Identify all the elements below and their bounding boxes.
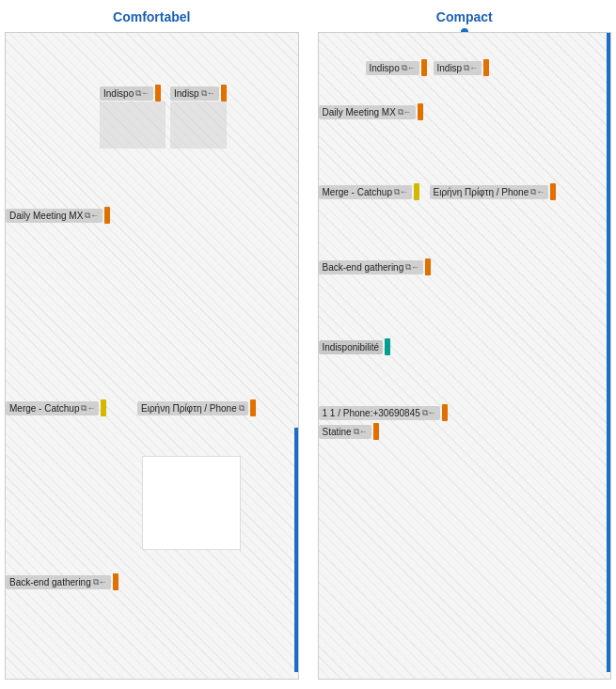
phone2-text: 1 1 / Phone:+30690845 [323,408,420,418]
event-phone2[interactable]: 1 1 / Phone:+30690845 ⧉← [319,404,448,421]
event-indisp-left[interactable]: Indisp ⧉← [170,85,227,102]
phone-r-text: Ειρήνη Πρίφτη / Phone [434,187,529,197]
backend-r-bar [425,258,431,275]
event-statine[interactable]: Statine ⧉← [319,423,379,440]
blue-line-right [607,33,610,672]
statine-text: Statine [323,427,352,437]
merge-icon: ⧉← [81,403,95,414]
merge-r-icon: ⧉← [394,187,408,197]
indispo-bar [155,85,161,102]
merge-r-label[interactable]: Merge - Catchup ⧉← [319,185,412,199]
daily-label[interactable]: Daily Meeting MX ⧉← [6,209,103,223]
daily-r-bar [418,103,423,120]
indispo-r-bar [421,59,427,76]
statine-icon: ⧉← [354,427,368,437]
event-merge-right[interactable]: Merge - Catchup ⧉← [319,183,419,200]
comfortabel-column: Comfortabel Indispo ⧉← Indisp ⧉← [5,9,299,680]
compact-title: Compact [318,9,612,24]
statine-label[interactable]: Statine ⧉← [319,425,371,439]
backend-icon: ⧉← [93,577,107,587]
backend-label[interactable]: Back-end gathering ⧉← [6,575,111,589]
indispo-label[interactable]: Indispo ⧉← [100,86,153,101]
indispo-text: Indispo [103,88,134,99]
phone-r-label[interactable]: Ειρήνη Πρίφτη / Phone ⧉← [430,185,549,199]
grey-block-1 [100,102,166,149]
event-merge-left[interactable]: Merge - Catchup ⧉← [6,399,106,416]
indisp-text: Indisp [174,88,199,99]
backend-r-icon: ⧉← [405,262,419,273]
comfortabel-title: Comfortabel [5,9,299,24]
statine-bar [373,423,379,440]
event-daily-left[interactable]: Daily Meeting MX ⧉← [6,207,110,224]
merge-text: Merge - Catchup [9,403,79,414]
backend-text: Back-end gathering [9,577,91,587]
indispo-r-label[interactable]: Indispo ⧉← [366,61,419,75]
event-indispo-left[interactable]: Indispo ⧉← [100,85,161,102]
indisp-icon: ⧉← [201,88,215,99]
phone-r-icon: ⧉← [530,187,545,197]
indispo-r-icon: ⧉← [402,63,416,73]
phone-r-bar [550,183,556,200]
daily-text: Daily Meeting MX [9,211,83,221]
daily-r-text: Daily Meeting MX [323,107,396,117]
event-indispo-right[interactable]: Indispo ⧉← [366,59,427,76]
phone2-label[interactable]: 1 1 / Phone:+30690845 ⧉← [319,406,440,420]
indisp-label[interactable]: Indisp ⧉← [170,86,219,101]
phone-text: Ειρήνη Πρίφτη / Phone [141,403,237,414]
indispo-icon: ⧉← [135,88,150,99]
backend-bar [113,573,118,590]
event-backend-right[interactable]: Back-end gathering ⧉← [319,258,432,275]
event-daily-right[interactable]: Daily Meeting MX ⧉← [319,103,423,120]
event-phone-right[interactable]: Ειρήνη Πρίφτη / Phone ⧉← [430,183,557,200]
indisponibilite-text: Indisponibilité [323,342,380,352]
compact-calendar: Indispo ⧉← Indisp ⧉← Daily Meeting MX ⧉← [318,32,612,680]
indispo-r-text: Indispo [370,63,400,73]
phone-bar [250,399,256,416]
event-phone-left[interactable]: Ειρήνη Πρίφτη / Phone ⧉ [137,399,256,416]
indisp-r-icon: ⧉← [464,63,478,73]
indisp-r-bar [483,59,489,76]
indisponibilite-label[interactable]: Indisponibilité [319,340,384,354]
merge-r-text: Merge - Catchup [323,187,392,197]
event-indisp-right[interactable]: Indisp ⧉← [434,59,490,76]
comfortabel-calendar: Indispo ⧉← Indisp ⧉← Daily Meeting MX [5,32,299,680]
compact-column: Compact Indispo ⧉← Indisp ⧉← [318,9,612,680]
indisponibilite-bar [385,338,390,355]
indisp-bar [221,85,227,102]
daily-r-label[interactable]: Daily Meeting MX ⧉← [319,105,416,119]
backend-r-text: Back-end gathering [323,262,404,273]
merge-label[interactable]: Merge - Catchup ⧉← [6,401,99,415]
daily-r-icon: ⧉← [398,107,412,117]
blue-line-left [294,428,298,672]
phone2-icon: ⧉← [422,408,436,418]
indisp-r-label[interactable]: Indisp ⧉← [434,61,482,75]
event-indisponibilite[interactable]: Indisponibilité [319,338,391,355]
merge-bar [101,399,106,416]
grey-block-2 [170,102,227,149]
daily-bar [104,207,110,224]
daily-icon: ⧉← [85,211,99,221]
backend-r-label[interactable]: Back-end gathering ⧉← [319,260,424,274]
merge-r-bar [414,183,419,200]
phone-label[interactable]: Ειρήνη Πρίφτη / Phone ⧉ [137,401,248,415]
phone-icon: ⧉ [239,403,245,414]
phone2-bar [442,404,448,421]
white-block-left [142,456,241,550]
event-backend-left[interactable]: Back-end gathering ⧉← [6,573,118,590]
indisp-r-text: Indisp [437,63,463,73]
